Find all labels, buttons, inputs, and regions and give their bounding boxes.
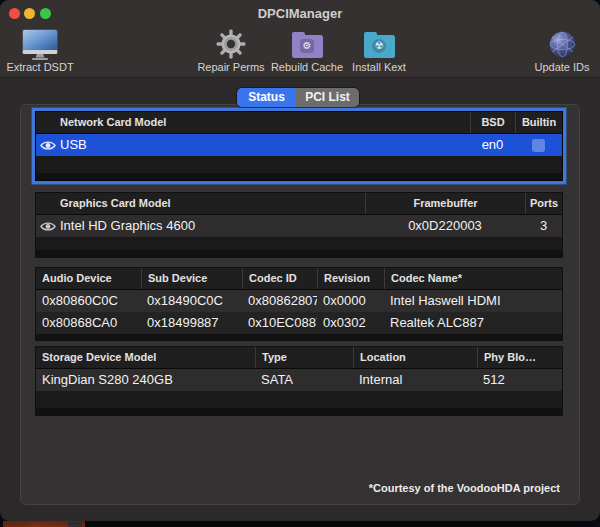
gear-icon [196, 28, 266, 60]
toolbar-label: Extract DSDT [6, 61, 74, 73]
empty-rows-stripe [36, 156, 562, 173]
toolbar-label: Install Kext [349, 61, 409, 73]
column-header-framebuffer[interactable]: Framebuffer [365, 193, 525, 214]
eye-icon[interactable] [40, 221, 56, 232]
column-header-builtin[interactable]: Builtin [515, 112, 562, 133]
cell-framebuffer: 0x0D220003 [365, 215, 525, 237]
cell-audio-device: 0x80868CA0 [36, 312, 141, 334]
cell-location: Internal [353, 369, 477, 391]
toolbar-button-repair-perms[interactable]: Repair Perms [196, 28, 266, 74]
toolbar-label: Rebuild Cache [270, 61, 344, 73]
cell-ports: 3 [525, 215, 562, 237]
toolbar-label: Update IDs [530, 61, 594, 73]
cell-codec-name: Realtek ALC887 [384, 312, 562, 334]
network-table: Network Card Model BSD Builtin USB en0 [36, 112, 562, 180]
column-header-network-card-model[interactable]: Network Card Model [59, 112, 470, 133]
toolbar-button-rebuild-cache[interactable]: ⚙ Rebuild Cache [270, 28, 344, 74]
toolbar: Extract DSDT [0, 26, 600, 77]
cell-type: SATA [255, 369, 353, 391]
tab-status[interactable]: Status [237, 88, 296, 107]
desktop-wallpaper-sliver [68, 522, 82, 527]
empty-rows-stripe [36, 250, 562, 257]
column-header-type[interactable]: Type [255, 347, 353, 368]
column-header-phy-block[interactable]: Phy Blo… [477, 347, 562, 368]
cell-audio-device: 0x80860C0C [36, 290, 141, 312]
eye-column-header [36, 112, 59, 133]
cell-graphics-model: Intel HD Graphics 4600 [59, 215, 365, 237]
cell-codec-id: 0x80862807 [242, 290, 317, 312]
column-header-sub-device[interactable]: Sub Device [141, 268, 242, 289]
column-header-codec-name[interactable]: Codec Name* [384, 268, 562, 289]
network-table-header: Network Card Model BSD Builtin [36, 112, 562, 134]
empty-rows-stripe [36, 408, 562, 415]
radiation-glyph: ☢ [372, 39, 386, 53]
dpcimanager-window: DPCIManager Extract DSDT [0, 0, 600, 521]
folder-gear-icon: ⚙ [270, 28, 344, 60]
empty-rows-stripe [36, 391, 562, 408]
cell-codec-name: Intel Haswell HDMI [384, 290, 562, 312]
table-row-storage[interactable]: KingDian S280 240GB SATA Internal 512 [36, 369, 562, 391]
column-header-bsd[interactable]: BSD [470, 112, 515, 133]
audio-table: Audio Device Sub Device Codec ID Revisio… [36, 268, 562, 340]
storage-table-header: Storage Device Model Type Location Phy B… [36, 347, 562, 369]
column-header-audio-device[interactable]: Audio Device [36, 268, 141, 289]
audio-table-header: Audio Device Sub Device Codec ID Revisio… [36, 268, 562, 290]
eye-column-header [36, 193, 59, 214]
column-header-location[interactable]: Location [353, 347, 477, 368]
tab-bar: Status PCI List [237, 88, 359, 107]
cell-storage-model: KingDian S280 240GB [36, 369, 255, 391]
column-header-codec-id[interactable]: Codec ID [242, 268, 317, 289]
titlebar: DPCIManager [0, 0, 600, 26]
window-title: DPCIManager [0, 6, 600, 21]
empty-rows-stripe [36, 237, 562, 250]
cell-sub-device: 0x18490C0C [141, 290, 242, 312]
cell-network-model: USB [59, 134, 470, 156]
gear-glyph: ⚙ [300, 39, 314, 53]
folder-kext-icon: ☢ [349, 28, 409, 60]
toolbar-button-extract-dsdt[interactable]: Extract DSDT [6, 28, 74, 74]
toolbar-separator [0, 77, 600, 78]
empty-rows-stripe [36, 334, 562, 340]
cell-codec-id: 0x10EC0887 [242, 312, 317, 334]
globe-icon [530, 28, 594, 60]
toolbar-button-install-kext[interactable]: ☢ Install Kext [349, 28, 409, 74]
column-header-ports[interactable]: Ports [525, 193, 562, 214]
table-row-audio-1[interactable]: 0x80860C0C 0x18490C0C 0x80862807 0x0000 … [36, 290, 562, 312]
cell-revision: 0x0302 [317, 312, 384, 334]
builtin-checkbox[interactable] [532, 139, 545, 152]
empty-rows-stripe [36, 173, 562, 180]
column-header-storage-device-model[interactable]: Storage Device Model [36, 347, 255, 368]
toolbar-label: Repair Perms [196, 61, 266, 73]
column-header-revision[interactable]: Revision [317, 268, 384, 289]
table-row-usb[interactable]: USB en0 [36, 134, 562, 156]
table-row-graphics[interactable]: Intel HD Graphics 4600 0x0D220003 3 [36, 215, 562, 237]
cell-phy-block: 512 [477, 369, 562, 391]
toolbar-button-update-ids[interactable]: Update IDs [530, 28, 594, 74]
eye-icon[interactable] [40, 140, 56, 151]
cell-bsd: en0 [470, 134, 515, 156]
graphics-table: Graphics Card Model Framebuffer Ports In… [36, 193, 562, 257]
storage-table: Storage Device Model Type Location Phy B… [36, 347, 562, 415]
column-header-graphics-card-model[interactable]: Graphics Card Model [59, 193, 365, 214]
voodoohda-credit-note: *Courtesy of the VoodooHDA project [369, 482, 560, 494]
cell-sub-device: 0x18499887 [141, 312, 242, 334]
desktop: DPCIManager Extract DSDT [0, 0, 600, 527]
tab-pci-list[interactable]: PCI List [296, 88, 359, 107]
graphics-table-header: Graphics Card Model Framebuffer Ports [36, 193, 562, 215]
cell-revision: 0x0000 [317, 290, 384, 312]
imac-icon [6, 28, 74, 60]
table-row-audio-2[interactable]: 0x80868CA0 0x18499887 0x10EC0887 0x0302 … [36, 312, 562, 334]
